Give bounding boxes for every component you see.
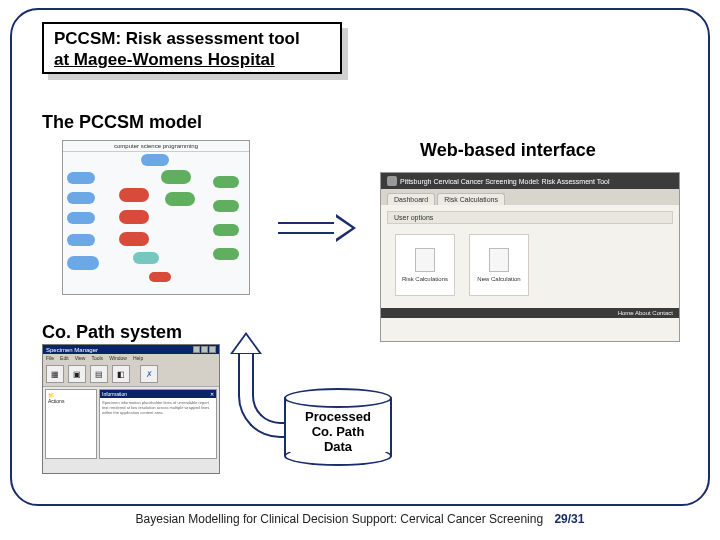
model-graph-title: computer science programming bbox=[63, 141, 249, 152]
menu-item[interactable]: View bbox=[75, 355, 86, 361]
title-box: PCCSM: Risk assessment tool at Magee-Wom… bbox=[42, 22, 342, 74]
model-graph-panel: computer science programming bbox=[62, 140, 250, 295]
clipboard-icon bbox=[415, 248, 435, 272]
menu-item[interactable]: Tools bbox=[91, 355, 103, 361]
minimize-icon[interactable] bbox=[193, 346, 200, 353]
toolbar-icon[interactable]: ✗ bbox=[140, 365, 158, 383]
copath-toolbar: ▦ ▣ ▤ ◧ ✗ bbox=[43, 362, 219, 387]
copath-panel: Specimen Manager File Edit View Tools Wi… bbox=[42, 344, 220, 474]
copath-title-text: Specimen Manager bbox=[46, 347, 98, 353]
web-cards: Risk Calculations New Calculation bbox=[381, 226, 679, 308]
graph-node bbox=[213, 176, 239, 188]
graph-node bbox=[133, 252, 159, 264]
web-card-new[interactable]: New Calculation bbox=[469, 234, 529, 296]
copath-main: Information✕ Specimen information placeh… bbox=[99, 389, 217, 459]
cyl-l3: Data bbox=[284, 440, 392, 455]
toolbar-icon[interactable]: ◧ bbox=[112, 365, 130, 383]
graph-node bbox=[119, 232, 149, 246]
web-brand-title: Pittsburgh Cervical Cancer Screening Mod… bbox=[400, 178, 610, 185]
graph-node bbox=[149, 272, 171, 282]
graph-node bbox=[141, 154, 169, 166]
toolbar-icon[interactable]: ▦ bbox=[46, 365, 64, 383]
cyl-l1: Processed bbox=[284, 410, 392, 425]
web-section-header: User options bbox=[387, 211, 673, 224]
cylinder-label: Processed Co. Path Data bbox=[284, 410, 392, 455]
copath-body: 📁 Actions Information✕ Specimen informat… bbox=[43, 387, 219, 461]
cyl-l2: Co. Path bbox=[284, 425, 392, 440]
menu-item[interactable]: Edit bbox=[60, 355, 69, 361]
graph-node bbox=[213, 248, 239, 260]
model-graph-body bbox=[63, 152, 249, 294]
web-tab-risk[interactable]: Risk Calculations bbox=[437, 193, 505, 205]
title-line2: at Magee-Womens Hospital bbox=[54, 49, 330, 70]
maximize-icon[interactable] bbox=[201, 346, 208, 353]
copath-text-block: Specimen information placeholder lines o… bbox=[102, 400, 214, 415]
document-icon bbox=[489, 248, 509, 272]
copath-menubar: File Edit View Tools Window Help bbox=[43, 354, 219, 362]
menu-item[interactable]: File bbox=[46, 355, 54, 361]
graph-node bbox=[119, 210, 149, 224]
label-copath: Co. Path system bbox=[42, 322, 182, 343]
web-footer: Home About Contact bbox=[381, 308, 679, 318]
tree-root-label: Actions bbox=[48, 398, 94, 404]
window-controls bbox=[193, 346, 216, 353]
label-web: Web-based interface bbox=[420, 140, 596, 161]
arrow-right-icon bbox=[278, 214, 358, 242]
web-interface-panel: Pittsburgh Cervical Cancer Screening Mod… bbox=[380, 172, 680, 342]
graph-node bbox=[165, 192, 195, 206]
web-brand-logo bbox=[387, 176, 397, 186]
menu-item[interactable]: Window bbox=[109, 355, 127, 361]
title-content: PCCSM: Risk assessment tool at Magee-Wom… bbox=[42, 22, 342, 74]
graph-node bbox=[67, 192, 95, 204]
close-icon[interactable] bbox=[209, 346, 216, 353]
data-cylinder: Processed Co. Path Data bbox=[284, 388, 392, 466]
graph-node bbox=[161, 170, 191, 184]
web-tab-dashboard[interactable]: Dashboard bbox=[387, 193, 435, 205]
web-card-new-label: New Calculation bbox=[477, 276, 520, 282]
copath-titlebar: Specimen Manager bbox=[43, 345, 219, 354]
web-brand-bar: Pittsburgh Cervical Cancer Screening Mod… bbox=[381, 173, 679, 189]
title-line1: PCCSM: Risk assessment tool bbox=[54, 28, 330, 49]
graph-node bbox=[213, 224, 239, 236]
footer-text: Bayesian Modelling for Clinical Decision… bbox=[136, 512, 544, 526]
graph-node bbox=[119, 188, 149, 202]
label-model: The PCCSM model bbox=[42, 112, 202, 133]
graph-node bbox=[67, 234, 95, 246]
web-card-risk[interactable]: Risk Calculations bbox=[395, 234, 455, 296]
graph-node bbox=[67, 256, 99, 270]
graph-node bbox=[67, 172, 95, 184]
toolbar-icon[interactable]: ▤ bbox=[90, 365, 108, 383]
web-card-risk-label: Risk Calculations bbox=[402, 276, 448, 282]
menu-item[interactable]: Help bbox=[133, 355, 143, 361]
footer-page-number: 29/31 bbox=[554, 512, 584, 526]
slide-footer: Bayesian Modelling for Clinical Decision… bbox=[0, 512, 720, 526]
web-tabs: Dashboard Risk Calculations bbox=[381, 189, 679, 205]
graph-node bbox=[67, 212, 95, 224]
copath-main-header: Information✕ bbox=[100, 390, 216, 398]
toolbar-icon[interactable]: ▣ bbox=[68, 365, 86, 383]
graph-node bbox=[213, 200, 239, 212]
copath-tree[interactable]: 📁 Actions bbox=[45, 389, 97, 459]
